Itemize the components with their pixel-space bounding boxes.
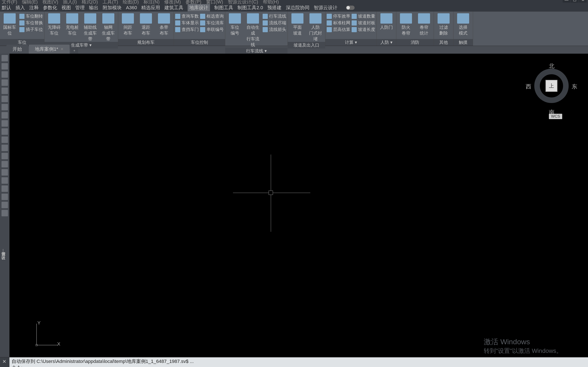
- panel-title[interactable]: 计算 ▾: [325, 39, 377, 46]
- panel-title[interactable]: 规划布车: [118, 39, 174, 46]
- panel-title[interactable]: 坡道及出入口: [288, 42, 325, 49]
- menu-item[interactable]: 工具(T): [103, 0, 118, 5]
- menu-item[interactable]: 编辑(E): [22, 0, 38, 5]
- ribbon-large-button[interactable]: 人防门: [378, 13, 395, 30]
- viewcube[interactable]: 上 北 南 西 东: [528, 62, 575, 109]
- ribbon-large-button[interactable]: 轴网生成车带: [100, 13, 117, 42]
- menu-item[interactable]: 参数(P): [185, 0, 201, 5]
- ribbon-small-button[interactable]: 插子车位: [19, 27, 43, 33]
- drawing-canvas[interactable]: Y X 上 北 南 西 东 WCS 激活 Windows 转到"设置"以激活 W…: [9, 54, 588, 357]
- polygon-icon[interactable]: [1, 79, 8, 86]
- ribbon-large-button[interactable]: 防火卷帘: [398, 13, 414, 36]
- ribbon-small-button[interactable]: 坡道长度: [352, 27, 375, 33]
- panel-title[interactable]: 触摸: [453, 39, 473, 46]
- polyline-icon[interactable]: [1, 63, 8, 69]
- document-tab[interactable]: 开始: [7, 45, 28, 54]
- ribbon-small-button[interactable]: 流线箭头: [263, 27, 286, 33]
- ribbon-tab[interactable]: 参数化: [43, 5, 57, 11]
- ribbon-small-button[interactable]: 车位替换: [19, 20, 43, 26]
- ribbon-tab[interactable]: 插入: [16, 5, 25, 11]
- panel-title[interactable]: 其他: [434, 39, 453, 46]
- panel-title[interactable]: 消防: [396, 39, 434, 46]
- ribbon-large-button[interactable]: 自动生成行车流线: [245, 13, 261, 48]
- ribbon-large-button[interactable]: 车位编号: [226, 13, 243, 36]
- ribbon-tab[interactable]: 预搭建: [267, 5, 282, 11]
- close-button[interactable]: ✕: [579, 0, 587, 3]
- ribbon-large-button[interactable]: 人防门式封堵: [307, 13, 324, 42]
- ribbon-large-button[interactable]: 充电桩车位: [64, 13, 81, 36]
- ribbon-small-button[interactable]: 框选查询: [200, 13, 224, 19]
- ribbon-large-button[interactable]: 卷帘统计: [416, 13, 432, 36]
- command-history[interactable]: 自动保存到 C:\Users\Administrator\appdata\loc…: [9, 357, 588, 367]
- minimize-button[interactable]: —: [563, 0, 570, 3]
- maximize-button[interactable]: ☐: [571, 0, 579, 3]
- ribbon-small-button[interactable]: 车位翻转: [19, 13, 43, 19]
- ribbon-large-button[interactable]: 间距布车: [120, 13, 136, 36]
- panel-title[interactable]: 车位控制: [174, 39, 225, 46]
- ribbon-large-button[interactable]: 条带布车: [156, 13, 172, 36]
- ribbon-tab[interactable]: 输出: [89, 5, 98, 11]
- menu-item[interactable]: 窗口(W): [206, 0, 223, 5]
- ribbon-tab[interactable]: 制图工具: [214, 5, 233, 11]
- rect-icon[interactable]: [1, 88, 8, 94]
- circle-icon[interactable]: [1, 104, 8, 110]
- ribbon-small-button[interactable]: 停车效率: [327, 13, 350, 19]
- line-icon[interactable]: [1, 55, 8, 61]
- ribbon-tab[interactable]: 注释: [29, 5, 39, 11]
- point-icon[interactable]: [1, 153, 8, 159]
- menu-item[interactable]: 文件(F): [2, 0, 17, 5]
- dash-icon[interactable]: [1, 194, 8, 200]
- ribbon-tab[interactable]: 建筑工具: [164, 5, 183, 11]
- menu-item[interactable]: 视图(V): [42, 0, 58, 5]
- region-icon[interactable]: [1, 169, 8, 175]
- color-icon[interactable]: [1, 210, 8, 216]
- spline-icon[interactable]: [1, 120, 8, 127]
- ribbon-tab[interactable]: 管理: [75, 5, 85, 11]
- ribbon-small-button[interactable]: 车体显示: [175, 20, 199, 26]
- ribbon-small-button[interactable]: 坡道数量: [352, 13, 375, 19]
- ribbon-tab[interactable]: A360: [126, 5, 137, 10]
- wcs-label[interactable]: WCS: [549, 114, 562, 119]
- ribbon-toggle[interactable]: [346, 6, 355, 10]
- ribbon-small-button[interactable]: 车位清库: [200, 20, 224, 26]
- tool-palette[interactable]: [0, 54, 9, 357]
- tab-close-icon[interactable]: ✕: [61, 47, 64, 51]
- table-icon[interactable]: [1, 177, 8, 184]
- menu-item[interactable]: 修改(M): [164, 0, 181, 5]
- command-close-icon[interactable]: ✕: [1, 359, 7, 365]
- viewcube-east[interactable]: 东: [572, 83, 577, 90]
- ribbon-small-button[interactable]: 层高估算: [327, 27, 350, 33]
- ribbon-tab[interactable]: 深总院协同: [286, 5, 310, 11]
- block-icon[interactable]: [1, 145, 8, 151]
- side-panel-label[interactable]: 智源设计—设计区: [0, 247, 7, 255]
- ribbon-small-button[interactable]: 流线尽端: [263, 20, 286, 26]
- hatch-icon[interactable]: [1, 136, 8, 143]
- curve-icon[interactable]: [1, 96, 8, 102]
- ribbon-small-button[interactable]: 查询车数: [175, 13, 199, 19]
- ribbon-small-button[interactable]: 行车流线: [263, 13, 286, 19]
- ribbon-large-button[interactable]: 无障碍车位: [46, 13, 62, 36]
- ribbon-large-button[interactable]: 辅助线生成车带: [82, 13, 99, 42]
- arc-icon[interactable]: [1, 71, 8, 78]
- ribbon-tab[interactable]: 视图: [61, 5, 71, 11]
- panel-title[interactable]: 行车流线 ▾: [225, 48, 287, 54]
- ribbon-small-button[interactable]: 坡道封板: [352, 20, 375, 26]
- document-tab[interactable]: 地库案例1*✕: [29, 45, 70, 54]
- ribbon-tab[interactable]: 精选应用: [141, 5, 160, 11]
- ribbon-small-button[interactable]: 查挡车门: [175, 27, 199, 33]
- ribbon-tab[interactable]: 地库设计: [188, 4, 210, 11]
- measure-icon[interactable]: [1, 161, 8, 167]
- ribbon-small-button[interactable]: 串联编号: [200, 27, 224, 33]
- ribbon-tab[interactable]: 附加模块: [103, 5, 122, 11]
- ribbon-large-button[interactable]: 平面坡道: [289, 13, 306, 36]
- menu-item[interactable]: 标注(N): [144, 0, 160, 5]
- cloud-icon[interactable]: [1, 112, 8, 118]
- menu-item[interactable]: 帮助(H): [263, 0, 279, 5]
- menu-item[interactable]: 格式(O): [82, 0, 98, 5]
- panel-title[interactable]: 人防 ▾: [377, 39, 396, 46]
- ribbon-tab[interactable]: 默认: [2, 5, 11, 11]
- ellipse-icon[interactable]: [1, 128, 8, 135]
- text-icon[interactable]: [1, 202, 8, 208]
- viewcube-west[interactable]: 西: [526, 83, 531, 90]
- ribbon-large-button[interactable]: 过滤删除: [435, 13, 452, 36]
